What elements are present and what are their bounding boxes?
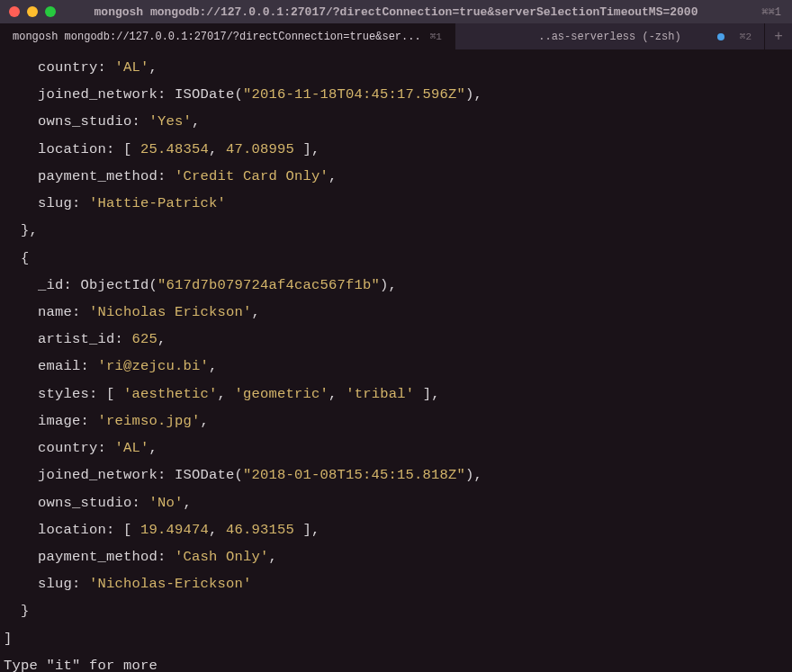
minimize-icon[interactable] xyxy=(27,6,38,17)
tab-bar: mongosh mongodb://127.0.0.1:27017/?direc… xyxy=(0,23,792,50)
window-shortcut: ⌘⌘1 xyxy=(761,5,781,19)
tab-mongosh[interactable]: mongosh mongodb://127.0.0.1:27017/?direc… xyxy=(0,23,455,49)
new-tab-button[interactable]: + xyxy=(765,23,792,49)
tab-shortcut: ⌘1 xyxy=(430,31,442,42)
activity-indicator-icon xyxy=(717,33,724,40)
plus-icon: + xyxy=(774,29,783,45)
maximize-icon[interactable] xyxy=(45,6,56,17)
tab-shortcut: ⌘2 xyxy=(740,31,752,42)
tab-zsh[interactable]: ..as-serverless (-zsh) ⌘2 xyxy=(455,23,765,49)
title-bar: mongosh mongodb://127.0.0.1:27017/?direc… xyxy=(0,0,792,23)
window-title: mongosh mongodb://127.0.0.1:27017/?direc… xyxy=(94,5,698,19)
tab-label: ..as-serverless (-zsh) xyxy=(538,31,680,43)
traffic-lights xyxy=(9,6,56,17)
tab-label: mongosh mongodb://127.0.0.1:27017/?direc… xyxy=(13,31,421,43)
code-output: country: 'AL', joined_network: ISODate("… xyxy=(4,54,788,672)
close-icon[interactable] xyxy=(9,6,20,17)
type-it-hint: Type "it" for more xyxy=(4,658,158,672)
terminal-output[interactable]: country: 'AL', joined_network: ISODate("… xyxy=(0,50,792,672)
